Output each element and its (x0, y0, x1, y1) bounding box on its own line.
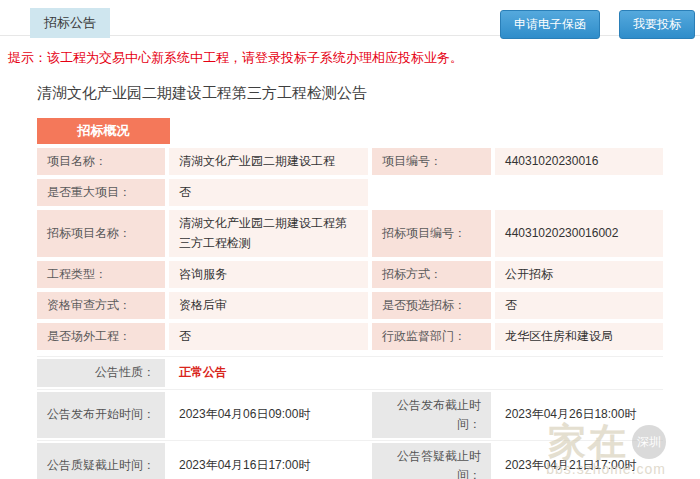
header-buttons: 申请电子保函 我要投标 (500, 10, 695, 39)
announcement-info-section: 公告性质： 正常公告 公告发布开始时间： 2023年04月06日09:00时 公… (37, 356, 663, 479)
table-row: 工程类型： 咨询服务 招标方式： 公开招标 (37, 261, 663, 288)
field-value-tender-project-number: 44031020230016002 (495, 210, 663, 256)
field-label-qualification-review: 资格审查方式： (37, 292, 165, 319)
field-value-tender-method: 公开招标 (495, 261, 663, 288)
table-row: 资格审查方式： 资格后审 是否预选招标： 否 (37, 292, 663, 319)
field-value-major-project: 否 (169, 179, 368, 206)
tab-bidding-announcement[interactable]: 招标公告 (30, 8, 110, 38)
field-label-preselected-tender: 是否预选招标： (372, 292, 491, 319)
table-row: 项目名称： 清湖文化产业园二期建设工程 项目编号： 44031020230016 (37, 148, 663, 175)
bidding-announcement-page: 招标公告 申请电子保函 我要投标 提示：该工程为交易中心新系统中工程，请登录投标… (0, 0, 700, 479)
field-value-qualification-review: 资格后审 (169, 292, 368, 319)
field-value-offsite-project: 否 (169, 323, 368, 350)
field-value-project-number: 44031020230016 (495, 148, 663, 175)
table-row: 是否场外工程： 否 行政监督部门： 龙华区住房和建设局 (37, 323, 663, 350)
field-value-tender-project-name: 清湖文化产业园二期建设工程第三方工程检测 (169, 210, 368, 256)
field-value-preselected-tender: 否 (495, 292, 663, 319)
main-content: 招标概况 项目名称： 清湖文化产业园二期建设工程 项目编号： 440310202… (0, 118, 700, 479)
field-label-tender-project-name: 招标项目名称： (37, 210, 165, 256)
table-row: 是否重大项目： 否 (37, 179, 663, 206)
field-label-publish-end-time: 公告发布截止时间： (372, 392, 491, 438)
field-label-announcement-nature: 公告性质： (37, 359, 165, 386)
tab-bar: 招标公告 申请电子保函 我要投标 (0, 0, 700, 36)
field-value-reply-deadline: 2023年04月21日17:00时 (495, 443, 663, 479)
field-label-tender-project-number: 招标项目编号： (372, 210, 491, 256)
field-label-publish-start-time: 公告发布开始时间： (37, 392, 165, 438)
table-row: 公告发布开始时间： 2023年04月06日09:00时 公告发布截止时间： 20… (37, 390, 663, 441)
field-label-tender-method: 招标方式： (372, 261, 491, 288)
field-label-supervision-department: 行政监督部门： (372, 323, 491, 350)
field-label-reply-deadline: 公告答疑截止时间： (372, 443, 491, 479)
field-label-project-number: 项目编号： (372, 148, 491, 175)
field-value-publish-end-time: 2023年04月26日18:00时 (495, 392, 663, 438)
field-label-query-deadline: 公告质疑截止时间： (37, 443, 165, 479)
bid-now-button[interactable]: 我要投标 (619, 10, 695, 39)
section-header-bidding-overview: 招标概况 (37, 118, 170, 144)
field-value-publish-start-time: 2023年04月06日09:00时 (169, 392, 368, 438)
field-label-project-type: 工程类型： (37, 261, 165, 288)
table-row: 公告质疑截止时间： 2023年04月16日17:00时 公告答疑截止时间： 20… (37, 441, 663, 479)
field-value-project-name: 清湖文化产业园二期建设工程 (169, 148, 368, 175)
field-value-query-deadline: 2023年04月16日17:00时 (169, 443, 368, 479)
field-value-announcement-nature: 正常公告 (169, 359, 663, 386)
field-value-supervision-department: 龙华区住房和建设局 (495, 323, 663, 350)
table-row: 招标项目名称： 清湖文化产业园二期建设工程第三方工程检测 招标项目编号： 440… (37, 210, 663, 256)
table-row: 公告性质： 正常公告 (37, 356, 663, 389)
page-title: 清湖文化产业园二期建设工程第三方工程检测公告 (37, 84, 700, 103)
apply-electronic-guarantee-button[interactable]: 申请电子保函 (500, 10, 600, 39)
field-label-offsite-project: 是否场外工程： (37, 323, 165, 350)
field-value-project-type: 咨询服务 (169, 261, 368, 288)
system-hint-text: 提示：该工程为交易中心新系统中工程，请登录投标子系统办理相应投标业务。 (8, 49, 692, 67)
field-label-major-project: 是否重大项目： (37, 179, 165, 206)
empty-cell (495, 179, 663, 206)
field-label-project-name: 项目名称： (37, 148, 165, 175)
empty-cell (372, 179, 491, 206)
